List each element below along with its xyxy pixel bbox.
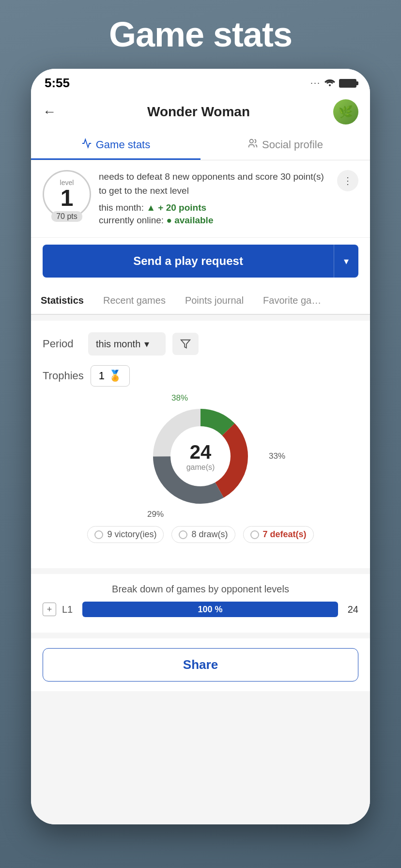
legend-defeat-label: 7 defeat(s) [263,529,307,540]
main-tabs: Game stats Social profile [31,131,370,160]
period-label: Period [43,338,81,350]
content-area: level 1 70 pts needs to defeat 8 new opp… [31,160,370,824]
tab-social-profile[interactable]: Social profile [200,131,370,160]
chart-container: 38% 29% 33% [43,398,358,514]
filter-button[interactable] [172,333,199,355]
this-month-label: this month: [99,202,144,213]
player-card: level 1 70 pts needs to defeat 8 new opp… [31,160,370,238]
player-this-month: this month: ▲ + 20 points [99,202,329,213]
period-row: Period this month ▾ [43,332,358,356]
chart-total-sub: game(s) [186,463,215,472]
sub-tab-statistics[interactable]: Statistics [31,287,93,315]
period-value: this month [96,339,140,350]
player-description: needs to defeat 8 new opponents and scor… [99,170,329,198]
legend-victory-label: 9 victory(ies) [107,529,156,540]
legend-draw: 8 draw(s) [171,526,235,543]
sub-tab-recent-games-label: Recent games [103,295,166,306]
expand-l1-button[interactable]: + [43,603,56,616]
share-section: Share [31,638,370,691]
sub-tabs: Statistics Recent games Points journal F… [31,287,370,315]
tab-game-stats[interactable]: Game stats [31,131,200,160]
period-chevron-icon: ▾ [144,338,149,350]
chart-label-38pct: 38% [171,393,188,403]
this-month-value: ▲ + 20 points [146,202,206,213]
defeat-dot [250,530,259,539]
online-status: available [174,215,213,225]
sub-tab-recent-games[interactable]: Recent games [93,287,175,315]
back-button[interactable]: ← [43,104,56,120]
donut-chart: 38% 29% 33% [142,398,259,514]
trophies-count: 1 [99,370,105,382]
legend-defeat: 7 defeat(s) [243,526,314,543]
dropdown-chevron-icon: ▾ [344,256,349,266]
breakdown-count: 24 [344,604,358,615]
send-play-request-button[interactable]: Send a play request [43,245,334,278]
social-profile-icon [247,138,258,152]
expand-icon: + [47,604,52,615]
player-online: currently online: ● available [99,215,329,226]
chart-label-29pct: 29% [147,510,164,519]
battery-icon [339,79,356,88]
period-select[interactable]: this month ▾ [88,332,166,356]
header: ← Wonder Woman 🌿 [31,94,370,131]
page-background: Game stats 5:55 ··· ← Wonder Woman � [0,0,401,868]
status-icons: ··· [310,78,356,89]
status-time: 5:55 [45,76,70,91]
trophy-icon: 🏅 [108,370,122,382]
avatar[interactable]: 🌿 [333,99,358,124]
sub-tab-favorite-games-label: Favorite ga… [263,295,321,306]
tab-social-profile-label: Social profile [262,139,323,151]
breakdown-level-label: L1 [62,604,77,615]
pts-badge: 70 pts [51,211,82,222]
tab-game-stats-label: Game stats [96,139,150,151]
progress-bar-l1: 100 % [82,602,338,617]
sub-tab-statistics-label: Statistics [41,295,84,306]
play-request-dropdown-button[interactable]: ▾ [334,245,358,278]
svg-point-1 [250,140,253,143]
donut-center-label: 24 game(s) [186,441,215,472]
sub-tab-points-journal[interactable]: Points journal [175,287,253,315]
statistics-section: Period this month ▾ Trophies 1 [31,321,370,568]
page-title: Game stats [109,15,292,54]
svg-point-0 [329,84,331,86]
victory-dot [94,530,103,539]
chart-label-33pct: 33% [269,451,285,461]
wifi-icon [324,78,335,89]
status-bar: 5:55 ··· [31,69,370,94]
sub-tab-points-journal-label: Points journal [185,295,244,306]
legend-draw-label: 8 draw(s) [191,529,228,540]
online-label: currently online: [99,215,164,225]
share-button[interactable]: Share [43,648,358,682]
legend-victory: 9 victory(ies) [87,526,164,543]
game-stats-icon [81,138,92,152]
trophies-label: Trophies [43,370,84,382]
more-options-button[interactable]: ⋮ [337,170,358,191]
svg-marker-2 [181,340,190,348]
phone-frame: 5:55 ··· ← Wonder Woman 🌿 [31,69,370,824]
breakdown-title: Break down of games by opponent levels [43,584,358,595]
play-request-container: Send a play request ▾ [31,238,370,287]
player-info: needs to defeat 8 new opponents and scor… [99,170,329,228]
draw-dot [179,530,187,539]
progress-pct-label: 100 % [198,604,222,615]
breakdown-section: Break down of games by opponent levels +… [31,574,370,633]
trophies-badge: 1 🏅 [91,365,130,387]
signal-icon: ··· [310,78,321,88]
level-badge: level 1 70 pts [43,170,91,218]
legend-row: 9 victory(ies) 8 draw(s) 7 defeat(s) [43,526,358,543]
breakdown-row-l1: + L1 100 % 24 [43,602,358,617]
trophies-row: Trophies 1 🏅 [43,365,358,387]
chart-total-number: 24 [186,441,215,463]
header-title: Wonder Woman [64,104,333,120]
sub-tab-favorite-games[interactable]: Favorite ga… [253,287,331,315]
level-number: 1 [61,186,74,210]
